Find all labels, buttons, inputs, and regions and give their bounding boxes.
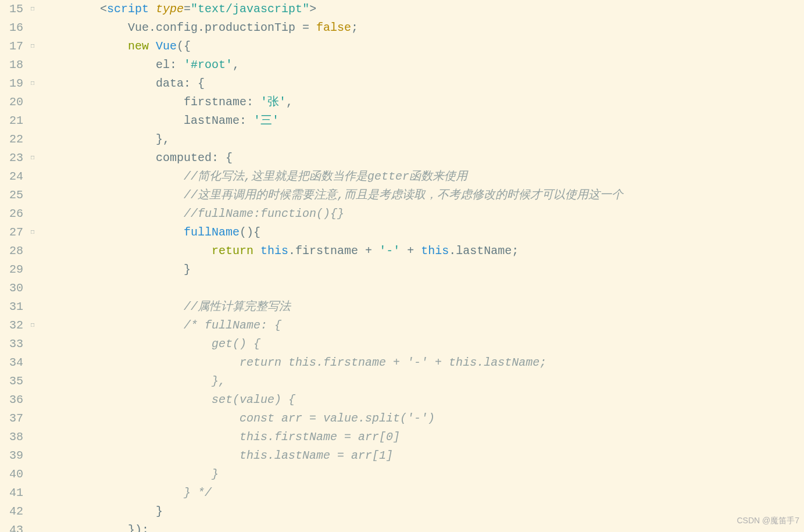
fold-marker	[28, 19, 37, 37]
line-number[interactable]: 24	[0, 167, 23, 186]
line-number[interactable]: 22	[0, 130, 23, 149]
code-line[interactable]: }	[44, 465, 804, 484]
token: <	[100, 2, 107, 16]
line-number[interactable]: 25	[0, 186, 23, 205]
fold-marker	[28, 447, 37, 465]
line-number[interactable]: 28	[0, 242, 23, 260]
token: set(value) {	[212, 393, 295, 406]
code-line[interactable]: el: '#root',	[44, 56, 804, 74]
token: this	[421, 244, 449, 258]
token: .lastName;	[449, 244, 519, 258]
code-line[interactable]: fullName(){	[44, 223, 804, 242]
code-line[interactable]: },	[44, 372, 804, 391]
token: ;	[351, 21, 358, 34]
line-number[interactable]: 42	[0, 502, 23, 521]
token: "text/javascript"	[191, 2, 309, 16]
line-number[interactable]: 34	[0, 354, 23, 372]
line-number[interactable]: 20	[0, 93, 23, 112]
fold-marker[interactable]: □	[28, 223, 37, 242]
line-number[interactable]: 39	[0, 447, 23, 465]
code-line[interactable]: },	[44, 130, 804, 149]
code-line[interactable]: return this.firstname + '-' + this.lastN…	[44, 242, 804, 260]
line-number[interactable]: 36	[0, 391, 23, 409]
code-area[interactable]: <script type="text/javascript"> Vue.conf…	[37, 0, 804, 532]
line-number[interactable]: 19	[0, 74, 23, 93]
line-number[interactable]: 32	[0, 316, 23, 335]
token: //属性计算完整写法	[184, 300, 291, 313]
fold-column[interactable]: □□□□□□	[28, 0, 37, 532]
fold-marker[interactable]: □	[28, 74, 37, 93]
code-line[interactable]: //属性计算完整写法	[44, 298, 804, 316]
line-number[interactable]: 33	[0, 335, 23, 354]
line-number[interactable]: 15	[0, 0, 23, 19]
fold-marker[interactable]: □	[28, 149, 37, 167]
line-number[interactable]: 26	[0, 205, 23, 223]
fold-marker[interactable]: □	[28, 37, 37, 56]
token: },	[156, 133, 170, 146]
fold-marker[interactable]: □	[28, 0, 37, 19]
line-number[interactable]: 16	[0, 19, 23, 37]
line-number[interactable]: 27	[0, 223, 23, 242]
line-number[interactable]: 23	[0, 149, 23, 167]
watermark: CSDN @魔笛手7	[737, 511, 799, 530]
line-number[interactable]: 38	[0, 428, 23, 447]
line-number[interactable]: 31	[0, 298, 23, 316]
fold-marker	[28, 409, 37, 428]
code-line[interactable]: });	[44, 521, 804, 532]
token: return this.firstname + '-' + this.lastN…	[240, 356, 546, 369]
code-line[interactable]: Vue.config.productionTip = false;	[44, 19, 804, 37]
line-number[interactable]: 40	[0, 465, 23, 484]
code-line[interactable]: } */	[44, 484, 804, 502]
token	[149, 40, 156, 53]
code-line[interactable]: new Vue({	[44, 37, 804, 56]
line-number[interactable]: 21	[0, 112, 23, 130]
line-number[interactable]: 17	[0, 37, 23, 56]
code-line[interactable]	[44, 279, 804, 298]
token: } */	[184, 486, 212, 499]
code-line[interactable]: //这里再调用的时候需要注意,而且是考虑读取，不考虑修改的时候才可以使用这一个	[44, 186, 804, 205]
code-line[interactable]: computed: {	[44, 149, 804, 167]
code-line[interactable]: const arr = value.split('-')	[44, 409, 804, 428]
code-line[interactable]: /* fullName: {	[44, 316, 804, 335]
code-line[interactable]: this.lastName = arr[1]	[44, 447, 804, 465]
fold-marker	[28, 242, 37, 260]
line-number[interactable]: 35	[0, 372, 23, 391]
code-line[interactable]: get() {	[44, 335, 804, 354]
token: el:	[156, 58, 184, 72]
code-line[interactable]: this.firstName = arr[0]	[44, 428, 804, 447]
fold-marker	[28, 465, 37, 484]
code-line[interactable]: //fullName:function(){}	[44, 205, 804, 223]
token: });	[128, 523, 149, 532]
line-number-gutter[interactable]: 1516171819202122232425262728293031323334…	[0, 0, 28, 532]
line-number[interactable]: 18	[0, 56, 23, 74]
token: (){	[240, 226, 260, 239]
line-number[interactable]: 41	[0, 484, 23, 502]
token: this.lastName = arr[1]	[240, 449, 393, 462]
token: Vue	[156, 40, 177, 53]
token: return	[212, 244, 253, 258]
fold-marker[interactable]: □	[28, 316, 37, 335]
token: /* fullName: {	[184, 319, 281, 332]
code-line[interactable]: }	[44, 260, 804, 279]
token: '三'	[253, 114, 279, 127]
code-line[interactable]: }	[44, 502, 804, 521]
fold-marker	[28, 502, 37, 521]
code-line[interactable]: return this.firstname + '-' + this.lastN…	[44, 354, 804, 372]
token: lastName:	[184, 114, 253, 127]
token: fullName	[184, 226, 240, 239]
token: false	[316, 21, 351, 34]
code-line[interactable]: firstname: '张',	[44, 93, 804, 112]
code-line[interactable]: set(value) {	[44, 391, 804, 409]
line-number[interactable]: 30	[0, 279, 23, 298]
code-line[interactable]: <script type="text/javascript">	[44, 0, 804, 19]
line-number[interactable]: 29	[0, 260, 23, 279]
line-number[interactable]: 43	[0, 521, 23, 532]
code-line[interactable]: data: {	[44, 74, 804, 93]
fold-marker	[28, 167, 37, 186]
token: +	[400, 244, 421, 258]
code-line[interactable]: lastName: '三'	[44, 112, 804, 130]
line-number[interactable]: 37	[0, 409, 23, 428]
fold-marker	[28, 93, 37, 112]
code-line[interactable]: //简化写法,这里就是把函数当作是getter函数来使用	[44, 167, 804, 186]
token: get() {	[212, 337, 260, 351]
